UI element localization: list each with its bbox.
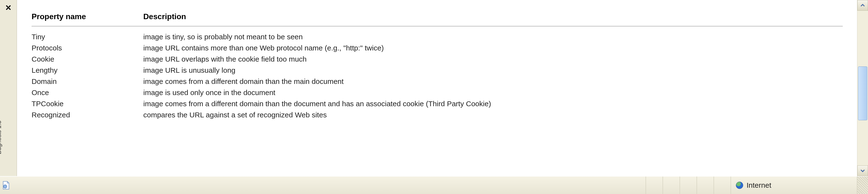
scroll-down-button[interactable] bbox=[857, 165, 868, 176]
svg-point-0 bbox=[3, 185, 7, 188]
prop-name: Recognized bbox=[32, 109, 143, 120]
table-row: TPCookieimage comes from a different dom… bbox=[32, 98, 843, 109]
prop-name: Protocols bbox=[32, 42, 143, 53]
prop-name: Tiny bbox=[32, 26, 143, 42]
scroll-track[interactable] bbox=[857, 11, 868, 165]
status-left bbox=[0, 181, 646, 190]
globe-icon bbox=[736, 182, 743, 189]
status-cell bbox=[696, 177, 714, 194]
content-pane: Property name Description Tinyimage is t… bbox=[17, 0, 857, 176]
table-header-row: Property name Description bbox=[32, 7, 843, 26]
prop-desc: image URL contains more than one Web pro… bbox=[143, 42, 843, 53]
prop-name: Once bbox=[32, 87, 143, 98]
table-row: Cookieimage URL overlaps with the cookie… bbox=[32, 53, 843, 65]
panel-title: Bugnosis 1.3 bbox=[0, 120, 2, 154]
col-header-desc: Description bbox=[143, 7, 843, 26]
table-row: Recognizedcompares the URL against a set… bbox=[32, 109, 843, 120]
prop-desc: image is tiny, so is probably not meant … bbox=[143, 26, 843, 42]
side-panel: ✕ Bugnosis 1.3 bbox=[0, 0, 17, 176]
table-row: Domainimage comes from a different domai… bbox=[32, 76, 843, 87]
prop-desc: image URL is unusually long bbox=[143, 65, 843, 76]
status-cells: Internet bbox=[646, 177, 868, 194]
status-cell bbox=[714, 177, 731, 194]
prop-name: Cookie bbox=[32, 53, 143, 65]
prop-desc: image comes from a different domain than… bbox=[143, 76, 843, 87]
page-icon bbox=[2, 181, 10, 190]
security-zone[interactable]: Internet bbox=[731, 177, 857, 194]
vertical-scrollbar[interactable] bbox=[857, 0, 868, 176]
prop-name: Domain bbox=[32, 76, 143, 87]
prop-desc: image URL overlaps with the cookie field… bbox=[143, 53, 843, 65]
close-icon: ✕ bbox=[5, 3, 12, 12]
zone-label: Internet bbox=[747, 181, 771, 189]
col-header-name: Property name bbox=[32, 7, 143, 26]
status-cell bbox=[646, 177, 662, 194]
scroll-up-button[interactable] bbox=[857, 0, 868, 11]
close-button[interactable]: ✕ bbox=[5, 4, 12, 11]
prop-name: Lengthy bbox=[32, 65, 143, 76]
chevron-down-icon bbox=[861, 168, 865, 173]
table-row: Lengthyimage URL is unusually long bbox=[32, 65, 843, 76]
properties-table: Property name Description Tinyimage is t… bbox=[32, 7, 843, 120]
prop-desc: image comes from a different domain than… bbox=[143, 98, 843, 109]
window: ✕ Bugnosis 1.3 Property name Description… bbox=[0, 0, 868, 194]
status-cell bbox=[680, 177, 696, 194]
chevron-up-icon bbox=[861, 3, 865, 7]
resize-grip[interactable] bbox=[857, 177, 868, 194]
prop-desc: image is used only once in the document bbox=[143, 87, 843, 98]
table-row: Protocolsimage URL contains more than on… bbox=[32, 42, 843, 53]
table-row: Onceimage is used only once in the docum… bbox=[32, 87, 843, 98]
status-cell bbox=[662, 177, 680, 194]
status-bar: Internet bbox=[0, 176, 868, 194]
table-row: Tinyimage is tiny, so is probably not me… bbox=[32, 26, 843, 42]
scroll-thumb[interactable] bbox=[858, 67, 867, 120]
prop-desc: compares the URL against a set of recogn… bbox=[143, 109, 843, 120]
prop-name: TPCookie bbox=[32, 98, 143, 109]
